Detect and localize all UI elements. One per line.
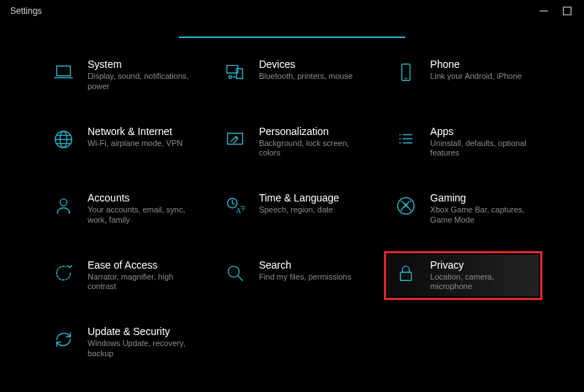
list-icon <box>393 127 418 152</box>
paint-icon <box>223 127 247 152</box>
sync-icon <box>51 327 76 352</box>
tile-desc: Speech, region, date <box>259 205 362 215</box>
tile-desc: Wi-Fi, airplane mode, VPN <box>88 139 191 149</box>
search-input[interactable] <box>179 19 405 38</box>
svg-line-33 <box>237 275 242 280</box>
devices-icon <box>223 60 247 85</box>
tile-desc: Link your Android, iPhone <box>430 72 533 82</box>
tile-personalization[interactable]: Personalization Background, lock screen,… <box>217 121 368 164</box>
time-language-icon: A字 <box>223 193 247 218</box>
tile-ease-of-access[interactable]: Ease of Access Narrator, magnifier, high… <box>45 255 196 297</box>
minimize-button[interactable] <box>539 6 549 16</box>
tile-devices[interactable]: Devices Bluetooth, printers, mouse <box>217 54 368 96</box>
tile-search[interactable]: Search Find my files, permissions <box>217 255 368 297</box>
svg-rect-34 <box>401 272 412 280</box>
tile-system[interactable]: System Display, sound, notifications, po… <box>45 54 196 96</box>
svg-point-23 <box>60 199 66 206</box>
tile-desc: Xbox Game Bar, captures, Game Mode <box>430 205 533 226</box>
tile-desc: Uninstall, defaults, optional features <box>430 139 533 159</box>
tile-title: Accounts <box>88 192 191 204</box>
lock-icon <box>393 261 418 285</box>
tile-title: Gaming <box>430 192 533 204</box>
person-icon <box>51 193 76 218</box>
svg-rect-15 <box>227 133 242 144</box>
maximize-button[interactable] <box>562 6 572 16</box>
window-title: Settings <box>7 6 42 16</box>
tile-accounts[interactable]: Accounts Your accounts, email, sync, wor… <box>45 188 196 230</box>
tile-desc: Location, camera, microphone <box>430 272 533 293</box>
accessibility-icon <box>51 261 76 285</box>
svg-rect-2 <box>57 66 71 76</box>
tile-title: Network & Internet <box>88 126 191 137</box>
tile-network[interactable]: Network & Internet Wi-Fi, airplane mode,… <box>45 121 196 164</box>
settings-grid: System Display, sound, notifications, po… <box>0 47 584 371</box>
tile-title: Update & Security <box>88 326 191 337</box>
svg-rect-1 <box>564 7 572 15</box>
tile-time-language[interactable]: A字 Time & Language Speech, region, date <box>217 188 368 230</box>
tile-update-security[interactable]: Update & Security Windows Update, recove… <box>45 321 196 364</box>
tile-gaming[interactable]: Gaming Xbox Game Bar, captures, Game Mod… <box>388 188 539 230</box>
svg-line-31 <box>69 265 72 267</box>
phone-icon <box>393 60 418 85</box>
tile-title: Apps <box>430 126 533 137</box>
tile-desc: Bluetooth, printers, mouse <box>259 72 362 82</box>
search-bar <box>0 19 584 38</box>
svg-point-6 <box>228 76 231 79</box>
tile-title: Phone <box>430 58 533 70</box>
tile-title: Ease of Access <box>88 259 191 271</box>
svg-line-26 <box>232 203 234 204</box>
tile-desc: Windows Update, recovery, backup <box>88 339 191 359</box>
globe-icon <box>51 127 76 152</box>
laptop-icon <box>51 60 76 85</box>
xbox-icon <box>393 193 418 218</box>
tile-title: System <box>88 58 191 70</box>
tile-desc: Find my files, permissions <box>259 272 362 283</box>
tile-title: Personalization <box>259 126 362 137</box>
tile-privacy[interactable]: Privacy Location, camera, microphone <box>388 255 539 297</box>
tile-title: Time & Language <box>259 192 362 204</box>
tile-phone[interactable]: Phone Link your Android, iPhone <box>388 54 539 96</box>
tile-desc: Your accounts, email, sync, work, family <box>88 205 191 226</box>
svg-text:字: 字 <box>239 205 245 212</box>
window-controls <box>539 6 577 16</box>
tile-desc: Narrator, magnifier, high contrast <box>88 272 191 293</box>
search-icon <box>223 261 247 285</box>
tile-desc: Display, sound, notifications, power <box>88 72 191 92</box>
tile-desc: Background, lock screen, colors <box>259 139 362 159</box>
tile-title: Search <box>259 259 362 271</box>
tile-title: Privacy <box>430 259 533 271</box>
tile-apps[interactable]: Apps Uninstall, defaults, optional featu… <box>388 121 539 164</box>
tile-title: Devices <box>259 58 362 70</box>
